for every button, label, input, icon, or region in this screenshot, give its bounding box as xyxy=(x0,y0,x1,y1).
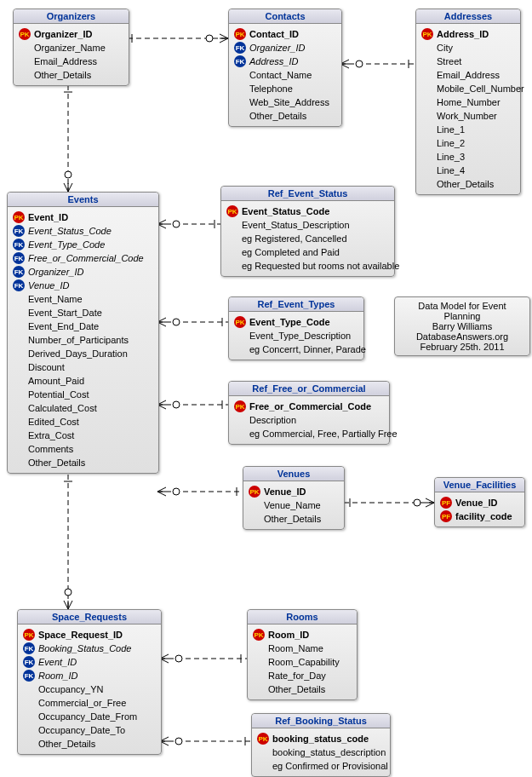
pk-icon: PK xyxy=(13,211,25,223)
column-label: Other_Details xyxy=(249,111,306,121)
column-label: Contact_Name xyxy=(249,70,312,80)
column-label: Description xyxy=(249,415,296,425)
column-label: Event_Status_Code xyxy=(28,226,112,236)
column-label: Occupancy_YN xyxy=(38,684,103,694)
column-room_capability: Room_Capability xyxy=(253,655,352,669)
entity-title: Ref_Event_Types xyxy=(229,297,363,312)
column-label: Event_Start_Date xyxy=(28,308,102,318)
column-label: Telephone xyxy=(249,83,293,94)
column-event_status_description: Event_Status_Description xyxy=(226,218,389,232)
column-street: Street xyxy=(421,55,515,68)
column-label: Free_or_Commercial_Code xyxy=(249,401,371,412)
column-free_or_commercial_code: PKFree_or_Commercial_Code xyxy=(234,400,384,413)
column-home_number: Home_Number xyxy=(421,95,515,109)
entity-contacts: Contacts PKContact_IDFKOrganizer_IDFKAdd… xyxy=(228,9,342,127)
column-label: Room_Capability xyxy=(268,657,340,667)
column-label: Occupancy_Date_To xyxy=(38,725,125,735)
column-event_status_code: FKEvent_Status_Code xyxy=(13,224,153,238)
column-label: Organizer_ID xyxy=(34,29,92,39)
column-label: Space_Request_ID xyxy=(38,630,123,640)
pk-icon: PK xyxy=(249,486,260,498)
column-label: Address_ID xyxy=(249,56,298,66)
pk-icon: PK xyxy=(234,400,246,412)
fk-icon: FK xyxy=(23,670,35,682)
fk-icon: FK xyxy=(13,239,25,250)
column-event_end_date: Event_End_Date xyxy=(13,319,153,333)
column-eg concerrt, dinner, parade: eg Concerrt, Dinner, Parade xyxy=(234,342,358,356)
column-free_or_commercial_code: FKFree_or_Commercial_Code xyxy=(13,251,153,265)
column-line_3: Line_3 xyxy=(421,150,515,164)
column-label: Extra_Cost xyxy=(28,430,74,440)
column-label: Free_or_Commercial_Code xyxy=(28,253,144,263)
entity-title: Ref_Event_Status xyxy=(221,187,394,201)
column-label: Street xyxy=(437,56,461,66)
column-label: Other_Details xyxy=(264,514,321,524)
column-label: eg Registered, Cancelled xyxy=(242,233,347,244)
column-discount: Discount xyxy=(13,360,153,374)
column-label: Line_1 xyxy=(437,124,465,135)
column-label: Home_Number xyxy=(437,97,501,107)
pk-icon: PK xyxy=(234,316,246,328)
entity-title: Space_Requests xyxy=(18,610,161,624)
column-city: City xyxy=(421,41,515,55)
column-booking_status_code: FKBooking_Status_Code xyxy=(23,642,156,655)
entity-ref-free-or-commercial: Ref_Free_or_Commercial PKFree_or_Commerc… xyxy=(228,381,390,445)
column-other_details: Other_Details xyxy=(253,682,352,696)
column-derived_days_duration: Derived_Days_Duration xyxy=(13,347,153,360)
column-calculated_cost: Calculated_Cost xyxy=(13,401,153,415)
column-label: Booking_Status_Code xyxy=(38,643,131,653)
column-other_details: Other_Details xyxy=(421,177,515,191)
column-room_id: FKRoom_ID xyxy=(23,669,156,682)
column-label: Amount_Paid xyxy=(28,376,84,386)
fk-icon: FK xyxy=(234,42,246,54)
entity-title: Venues xyxy=(243,467,344,481)
column-label: Organizer_ID xyxy=(249,43,305,53)
column-label: eg Requested but rooms not available xyxy=(242,261,399,271)
column-other_details: Other_Details xyxy=(13,456,153,469)
fk-icon: FK xyxy=(23,656,35,668)
column-label: booking_status_description xyxy=(272,747,386,757)
column-room_id: PKRoom_ID xyxy=(253,628,352,642)
entity-ref-event-status: Ref_Event_Status PKEvent_Status_CodeEven… xyxy=(220,186,395,277)
column-contact_name: Contact_Name xyxy=(234,68,336,82)
entity-venue-facilities: Venue_Facilities PFVenue_IDPFfacility_co… xyxy=(434,477,525,527)
column-venue_id: PFVenue_ID xyxy=(440,496,519,509)
entity-ref-event-types: Ref_Event_Types PKEvent_Type_CodeEvent_T… xyxy=(228,296,364,360)
column-other_details: Other_Details xyxy=(23,737,156,751)
column-event_type_code: PKEvent_Type_Code xyxy=(234,315,358,329)
column-event_type_code: FKEvent_Type_Code xyxy=(13,238,153,251)
column-venue_id: PKVenue_ID xyxy=(249,485,339,498)
entity-addresses: Addresses PKAddress_IDCityStreetEmail_Ad… xyxy=(415,9,521,195)
column-label: Email_Address xyxy=(437,70,500,80)
column-label: Event_ID xyxy=(38,657,77,667)
column-edited_cost: Edited_Cost xyxy=(13,415,153,429)
column-organizer_id: FKOrganizer_ID xyxy=(13,265,153,279)
column-eg commercial, free, partially free: eg Commercial, Free, Partially Free xyxy=(234,427,384,440)
entity-title: Ref_Free_or_Commercial xyxy=(229,382,389,396)
fk-icon: FK xyxy=(234,55,246,67)
column-organizer_id: FKOrganizer_ID xyxy=(234,41,336,55)
column-label: eg Commercial, Free, Partially Free xyxy=(249,429,398,439)
column-description: Description xyxy=(234,413,384,427)
column-other_details: Other_Details xyxy=(234,109,336,123)
column-number_of_participants: Number_of_Participants xyxy=(13,333,153,347)
entity-venues: Venues PKVenue_IDVenue_NameOther_Details xyxy=(243,466,345,530)
column-line_2: Line_2 xyxy=(421,136,515,150)
entity-title: Contacts xyxy=(229,9,341,24)
column-label: Organizer_Name xyxy=(34,43,106,53)
column-event_status_code: PKEvent_Status_Code xyxy=(226,204,389,218)
column-booking_status_code: PKbooking_status_code xyxy=(257,732,385,745)
column-label: Organizer_ID xyxy=(28,267,83,277)
pk-icon: PK xyxy=(19,28,31,40)
column-label: Room_ID xyxy=(38,671,77,681)
column-label: Edited_Cost xyxy=(28,417,79,427)
entity-title: Addresses xyxy=(416,9,520,24)
column-label: Event_Status_Description xyxy=(242,220,350,230)
column-label: Comments xyxy=(28,444,73,454)
column-label: Other_Details xyxy=(437,179,494,189)
column-occupancy_yn: Occupancy_YN xyxy=(23,682,156,696)
pf-icon: PF xyxy=(440,497,452,509)
column-work_number: Work_Number xyxy=(421,109,515,123)
column-line_1: Line_1 xyxy=(421,123,515,136)
info-line: DatabaseAnswers.org xyxy=(402,331,523,342)
